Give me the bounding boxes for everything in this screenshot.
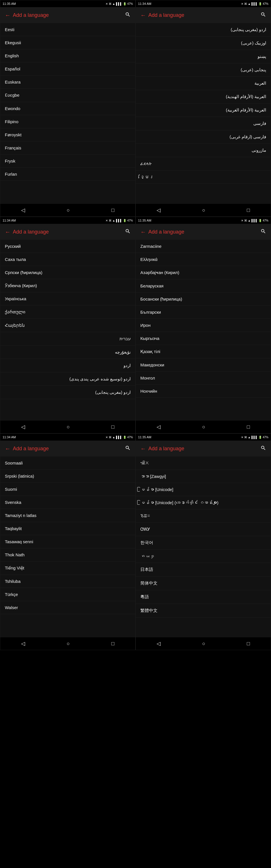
language-item[interactable]: العربية (الأرقام الغربية) bbox=[136, 103, 271, 117]
language-item[interactable]: Tasawaq senni bbox=[0, 535, 135, 548]
recents-nav-icon[interactable]: □ bbox=[247, 424, 250, 430]
language-item[interactable]: Српски (ћирилица) bbox=[0, 266, 135, 279]
language-item[interactable]: 简体中文 bbox=[136, 577, 271, 590]
search-button[interactable] bbox=[125, 12, 131, 19]
language-item[interactable]: Нохчийн bbox=[136, 385, 271, 398]
home-nav-icon[interactable]: ○ bbox=[67, 424, 70, 430]
language-item[interactable]: 粵語 bbox=[136, 590, 271, 604]
language-item[interactable]: Frysk bbox=[0, 155, 135, 168]
language-item[interactable]: Furlan bbox=[0, 168, 135, 181]
language-item[interactable]: پښتو bbox=[136, 50, 271, 63]
language-item[interactable]: Հայերեն bbox=[0, 319, 135, 332]
language-item[interactable]: العربية bbox=[136, 77, 271, 90]
language-item[interactable]: فارسی (ارقام غربی) bbox=[136, 130, 271, 144]
search-button[interactable] bbox=[125, 445, 131, 452]
search-button[interactable] bbox=[261, 12, 266, 19]
language-item[interactable]: Tiếng Việt bbox=[0, 561, 135, 575]
home-nav-icon[interactable]: ○ bbox=[67, 207, 70, 213]
home-nav-icon[interactable]: ○ bbox=[67, 641, 70, 647]
language-item[interactable]: فارسی bbox=[136, 117, 271, 130]
language-item[interactable]: Ўзбекча (Кирил) bbox=[0, 279, 135, 292]
language-item[interactable]: اردو (مغربی پنجابی) bbox=[0, 386, 135, 399]
language-item[interactable]: Svenska bbox=[0, 496, 135, 509]
language-item[interactable]: Қазақ тілі bbox=[136, 345, 271, 359]
home-nav-icon[interactable]: ○ bbox=[202, 641, 205, 647]
back-button[interactable]: ← bbox=[5, 445, 10, 452]
home-nav-icon[interactable]: ○ bbox=[202, 207, 205, 213]
recents-nav-icon[interactable]: □ bbox=[247, 207, 250, 213]
language-item[interactable]: ᥐᥤ᥊ bbox=[136, 457, 271, 470]
language-item[interactable]: Taqbaylit bbox=[0, 522, 135, 535]
language-item[interactable]: العربية (الأرقام الهندية) bbox=[136, 90, 271, 103]
language-item[interactable]: Français bbox=[0, 142, 135, 155]
language-item[interactable]: Tshiluba bbox=[0, 575, 135, 588]
back-nav-icon[interactable]: ◁ bbox=[21, 207, 25, 213]
back-button[interactable]: ← bbox=[5, 12, 10, 19]
recents-nav-icon[interactable]: □ bbox=[111, 207, 114, 213]
language-item[interactable]: اوزبیک (عربی) bbox=[136, 36, 271, 50]
recents-nav-icon[interactable]: □ bbox=[111, 641, 114, 647]
language-item[interactable]: Ελληνικά bbox=[136, 253, 271, 266]
language-item[interactable]: Tamaziyt n latlas bbox=[0, 509, 135, 522]
language-item[interactable]: Walser bbox=[0, 601, 135, 614]
search-button[interactable] bbox=[261, 445, 266, 452]
back-button[interactable]: ← bbox=[140, 445, 146, 452]
language-item[interactable]: نۆيغۇرچە bbox=[0, 346, 135, 359]
language-item[interactable]: Eesti bbox=[0, 23, 135, 36]
language-item[interactable]: 日本語 bbox=[136, 563, 271, 577]
language-item[interactable]: 한국어 bbox=[136, 536, 271, 550]
language-item[interactable]: Монгол bbox=[136, 372, 271, 385]
language-item[interactable]: Кыргызча bbox=[136, 332, 271, 345]
language-item[interactable]: Euskara bbox=[0, 75, 135, 89]
language-item[interactable]: Ɛʋɛgbe bbox=[0, 89, 135, 102]
recents-nav-icon[interactable]: □ bbox=[247, 641, 250, 647]
language-item[interactable]: اردو (توسیع شده عربی پندی پندی) bbox=[0, 372, 135, 386]
language-item[interactable]: Ewondo bbox=[0, 102, 135, 115]
search-button[interactable] bbox=[125, 228, 131, 236]
language-item[interactable]: مازرونی bbox=[136, 144, 271, 157]
home-nav-icon[interactable]: ○ bbox=[202, 424, 205, 430]
language-item[interactable]: Føroyskt bbox=[0, 128, 135, 142]
back-nav-icon[interactable]: ◁ bbox=[21, 424, 25, 430]
language-item[interactable]: اردو bbox=[0, 359, 135, 372]
back-button[interactable]: ← bbox=[140, 229, 146, 235]
language-item[interactable]: עברית bbox=[0, 332, 135, 346]
language-item[interactable]: ខ្មែរ bbox=[136, 170, 271, 184]
back-button[interactable]: ← bbox=[140, 12, 146, 19]
language-item[interactable]: Саха тыла bbox=[0, 253, 135, 266]
language-item[interactable]: မြန်မာ [Unicode] (အနောက်တိုင်း ဂဏန်းများ… bbox=[136, 496, 271, 509]
language-item[interactable]: Srpski (latinica) bbox=[0, 470, 135, 483]
language-item[interactable]: ፊደላት bbox=[136, 157, 271, 170]
language-item[interactable]: Українська bbox=[0, 292, 135, 305]
language-item[interactable]: 繁體中文 bbox=[136, 604, 271, 618]
language-item[interactable]: English bbox=[0, 49, 135, 62]
language-item[interactable]: Zarmaciine bbox=[136, 240, 271, 253]
recents-nav-icon[interactable]: □ bbox=[111, 424, 114, 430]
search-button[interactable] bbox=[261, 228, 266, 236]
back-nav-icon[interactable]: ◁ bbox=[21, 641, 25, 647]
back-nav-icon[interactable]: ◁ bbox=[157, 207, 160, 213]
language-item[interactable]: اردو (مغربی پنجابی) bbox=[136, 23, 271, 36]
language-item[interactable]: ꩫꩬꩭ bbox=[136, 550, 271, 563]
language-item[interactable]: မြန်မာ [Unicode] bbox=[136, 483, 271, 496]
language-item[interactable]: ქართული bbox=[0, 305, 135, 319]
language-item[interactable]: Thok Nath bbox=[0, 548, 135, 561]
back-button[interactable]: ← bbox=[5, 229, 10, 235]
language-item[interactable]: Български bbox=[136, 306, 271, 319]
language-item[interactable]: Español bbox=[0, 62, 135, 75]
language-item[interactable]: Беларуская bbox=[136, 279, 271, 292]
language-item[interactable]: Suomi bbox=[0, 483, 135, 496]
language-item[interactable]: ᏣᎳᎩ bbox=[136, 523, 271, 536]
language-item[interactable]: Filipino bbox=[0, 115, 135, 128]
language-item[interactable]: Türkçe bbox=[0, 588, 135, 601]
language-item[interactable]: Русский bbox=[0, 240, 135, 253]
language-item[interactable]: Ирон bbox=[136, 319, 271, 332]
language-item[interactable]: Ekegusii bbox=[0, 36, 135, 49]
language-item[interactable]: Македонски bbox=[136, 359, 271, 372]
back-nav-icon[interactable]: ◁ bbox=[157, 424, 160, 430]
language-item[interactable]: Азәрбајҹан (Кирил) bbox=[136, 266, 271, 279]
language-item[interactable]: پنجابی (عربی) bbox=[136, 63, 271, 77]
language-item[interactable]: ꘋꘑꘌ bbox=[136, 509, 271, 523]
back-nav-icon[interactable]: ◁ bbox=[157, 641, 160, 647]
language-item[interactable]: Босански (ћирилица) bbox=[136, 292, 271, 306]
